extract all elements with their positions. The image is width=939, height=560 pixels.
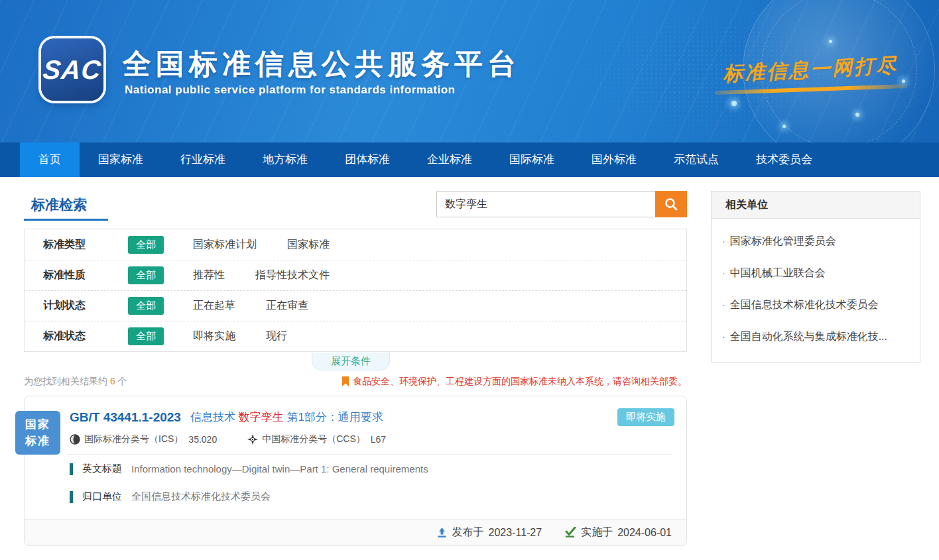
site-title-chinese: 全国标准信息公共服务平台	[123, 45, 521, 84]
bullet: ·	[722, 300, 725, 310]
title-highlight: 数字孪生	[239, 411, 284, 423]
national-standard-badge: 国家 标准	[15, 411, 60, 455]
standard-result-card: 国家 标准 GB/T 43441.1-2023 信息技术 数字孪生 第1部分：通…	[24, 396, 687, 546]
bookmark-icon	[342, 376, 349, 387]
badge-line2: 标准	[15, 433, 60, 450]
filter-option[interactable]: 推荐性	[193, 268, 225, 282]
classification-row: 国际标准分类号（ICS） 35.020 中国标准分类号（CCS） L67	[70, 433, 386, 445]
field-accent-bar	[70, 463, 73, 475]
filter-panel: 标准类型 全部 国家标准计划 国家标准 标准性质 全部 推荐性 指导性技术文件 …	[24, 229, 687, 352]
implemented-label: 实施于	[581, 526, 613, 539]
ics-label: 国际标准分类号（ICS）	[84, 433, 183, 445]
sidebar-item-label: 国家标准化管理委员会	[730, 235, 836, 247]
nav-tab-group-standards[interactable]: 团体标准	[326, 142, 408, 177]
filter-row-standard-nature: 标准性质 全部 推荐性 指导性技术文件	[25, 260, 686, 290]
field-label: 归口单位	[82, 490, 122, 503]
filter-all-button[interactable]: 全部	[128, 266, 164, 284]
bullet: ·	[722, 331, 725, 342]
related-units-title: 相关单位	[712, 192, 920, 219]
filter-option[interactable]: 指导性技术文件	[255, 268, 330, 282]
spark-dot	[782, 125, 786, 128]
expand-conditions-button[interactable]: 展开条件	[312, 353, 390, 370]
banner: SAC 全国标准信息公共服务平台 National public service…	[0, 0, 939, 142]
filter-all-button[interactable]: 全部	[128, 297, 164, 315]
sidebar-item-label: 中国机械工业联合会	[730, 267, 826, 278]
filter-all-button[interactable]: 全部	[128, 327, 164, 345]
result-count-number: 6	[110, 376, 115, 386]
filter-row-standard-type: 标准类型 全部 国家标准计划 国家标准	[25, 229, 686, 260]
nav-tab-national-standards[interactable]: 国家标准	[80, 142, 162, 177]
filter-label: 标准性质	[43, 268, 128, 282]
filter-option[interactable]: 现行	[266, 329, 287, 343]
nav-tab-international-standards[interactable]: 国际标准	[491, 142, 573, 177]
nav-tab-local-standards[interactable]: 地方标准	[244, 142, 326, 177]
nav-tab-foreign-standards[interactable]: 国外标准	[573, 142, 655, 177]
committee-row: 归口单位 全国信息技术标准化技术委员会	[70, 490, 271, 503]
main-content: 标准检索 标准类型 全部 国家标准计划 国家标准 标准性质	[0, 177, 939, 560]
sidebar-item-it-standardization-committee[interactable]: ·全国信息技术标准化技术委员会	[712, 289, 920, 321]
nav-tab-pilot[interactable]: 示范试点	[655, 142, 737, 177]
filter-option[interactable]: 即将实施	[193, 329, 235, 343]
main-nav: 首页 国家标准 行业标准 地方标准 团体标准 企业标准 国际标准 国外标准 示范…	[0, 142, 939, 177]
implemented-date-item: 实施于 2024-06-01	[564, 526, 672, 539]
globe-icon	[70, 434, 80, 445]
notice-text: 食品安全、环境保护、工程建设方面的国家标准未纳入本系统，请咨询相关部委。	[353, 376, 687, 388]
sidebar-item-label: 全国信息技术标准化技术委员会	[730, 299, 879, 310]
status-badge: 即将实施	[617, 408, 674, 426]
filter-option[interactable]: 正在起草	[193, 299, 235, 313]
standard-code-link[interactable]: GB/T 43441.1-2023	[70, 410, 181, 425]
system-notice: 食品安全、环境保护、工程建设方面的国家标准未纳入本系统，请咨询相关部委。	[342, 376, 687, 388]
result-count-prefix: 为您找到相关结果约	[24, 376, 107, 386]
title-underline	[24, 219, 108, 221]
english-title-row: 英文标题 Information technology—Digital twin…	[70, 463, 428, 475]
filter-label: 标准状态	[43, 329, 128, 343]
sac-logo[interactable]: SAC	[41, 38, 103, 101]
sidebar-item-machinery-federation[interactable]: ·中国机械工业联合会	[712, 257, 920, 289]
implemented-date: 2024-06-01	[617, 527, 672, 539]
result-count: 为您找到相关结果约 6 个	[24, 376, 127, 388]
search-box	[436, 191, 687, 217]
filter-option[interactable]: 国家标准	[287, 238, 330, 252]
bullet: ·	[722, 268, 725, 278]
search-input[interactable]	[436, 191, 655, 217]
nav-tab-home[interactable]: 首页	[20, 142, 80, 177]
ics-value: 35.020	[188, 434, 217, 445]
field-accent-bar	[70, 491, 73, 503]
published-label: 发布于	[452, 526, 484, 539]
filter-all-button[interactable]: 全部	[128, 236, 164, 254]
filter-row-plan-status: 计划状态 全部 正在起草 正在审查	[25, 290, 686, 321]
spark-dot	[902, 80, 905, 83]
ccs-value: L67	[371, 434, 386, 445]
bullet: ·	[722, 236, 725, 247]
compass-icon	[247, 434, 258, 445]
spark-dot	[829, 40, 832, 43]
sidebar-item-automation-committee[interactable]: ·全国自动化系统与集成标准化技...	[712, 321, 920, 353]
filter-label: 计划状态	[43, 299, 128, 313]
nav-tab-technical-committee[interactable]: 技术委员会	[737, 142, 831, 177]
filter-row-standard-status: 标准状态 全部 即将实施 现行	[25, 321, 686, 351]
related-units-list: ·国家标准化管理委员会 ·中国机械工业联合会 ·全国信息技术标准化技术委员会 ·…	[712, 219, 920, 362]
published-date-item: 发布于 2023-11-27	[436, 526, 542, 539]
filter-option[interactable]: 国家标准计划	[193, 238, 257, 252]
field-label: 英文标题	[82, 463, 122, 475]
spark-dot	[855, 113, 859, 117]
search-icon	[664, 197, 678, 211]
filter-option[interactable]: 正在审查	[266, 299, 308, 313]
standard-title-link[interactable]: 信息技术 数字孪生 第1部分：通用要求	[190, 410, 383, 425]
sidebar-item-label: 全国自动化系统与集成标准化技...	[730, 331, 887, 342]
sac-logo-text: SAC	[42, 55, 103, 85]
page-title: 标准检索	[31, 196, 87, 214]
result-meta-row: 为您找到相关结果约 6 个 食品安全、环境保护、工程建设方面的国家标准未纳入本系…	[24, 376, 687, 388]
nav-tab-enterprise-standards[interactable]: 企业标准	[408, 142, 491, 177]
related-units-box: 相关单位 ·国家标准化管理委员会 ·中国机械工业联合会 ·全国信息技术标准化技术…	[711, 191, 920, 363]
sidebar: 相关单位 ·国家标准化管理委员会 ·中国机械工业联合会 ·全国信息技术标准化技术…	[711, 191, 920, 363]
search-button[interactable]	[655, 191, 687, 217]
sidebar-item-sac[interactable]: ·国家标准化管理委员会	[712, 225, 920, 257]
field-value: Information technology—Digital twin—Part…	[131, 463, 428, 475]
result-count-suffix: 个	[118, 376, 127, 386]
title-post: 第1部分：通用要求	[284, 411, 383, 423]
nav-tab-industry-standards[interactable]: 行业标准	[162, 142, 244, 177]
site-title-english: National public service platform for sta…	[125, 84, 455, 97]
spark-dot	[731, 101, 737, 106]
publish-icon	[436, 527, 448, 538]
